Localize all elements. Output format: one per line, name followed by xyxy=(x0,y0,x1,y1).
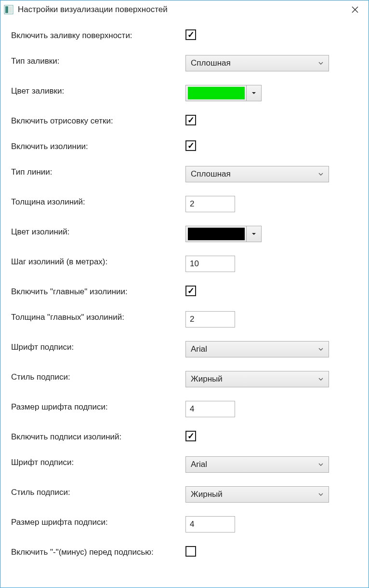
label-iso-step: Шаг изолиний (в метрах): xyxy=(11,256,185,268)
label-enable-minus: Включить "-"(минус) перед подписью: xyxy=(11,546,185,558)
input-size2[interactable] xyxy=(185,516,235,533)
dropdown-style2-value: Жирный xyxy=(191,490,318,499)
dropdown-style1[interactable]: Жирный xyxy=(185,371,329,387)
iso-color-swatch xyxy=(186,226,247,242)
svg-rect-1 xyxy=(5,6,8,13)
checkbox-enable-minus[interactable] xyxy=(185,546,196,557)
iso-color-swatch-inner xyxy=(188,228,245,240)
checkbox-enable-iso-labels[interactable] xyxy=(185,431,196,441)
label-style1: Стиль подписи: xyxy=(11,371,185,383)
chevron-down-icon xyxy=(318,492,324,497)
label-fill-type: Тип заливки: xyxy=(11,55,185,67)
input-iso-thickness[interactable] xyxy=(185,196,235,212)
fill-color-swatch xyxy=(186,85,247,101)
caret-down-icon xyxy=(251,92,256,95)
chevron-down-icon xyxy=(318,60,324,66)
label-style2: Стиль подписи: xyxy=(11,486,185,498)
colorpicker-iso-color[interactable] xyxy=(185,226,262,242)
dropdown-font2[interactable]: Arial xyxy=(185,456,329,473)
svg-rect-2 xyxy=(9,6,12,13)
titlebar: Настройки визуализации поверхностей xyxy=(0,0,369,19)
label-size2: Размер шрифта подписи: xyxy=(11,516,185,528)
label-font1: Шрифт подписи: xyxy=(11,341,185,353)
checkbox-enable-iso[interactable] xyxy=(185,140,196,151)
dropdown-line-type-value: Сплошная xyxy=(191,169,318,179)
label-enable-grid: Включить отрисовку сетки: xyxy=(11,115,185,127)
caret-down-icon xyxy=(251,232,256,235)
dialog-window: Настройки визуализации поверхностей Вклю… xyxy=(0,0,369,588)
label-iso-color: Цвет изолиний: xyxy=(11,226,185,238)
checkbox-enable-main-iso[interactable] xyxy=(185,286,196,296)
dropdown-line-type[interactable]: Сплошная xyxy=(185,166,329,182)
dropdown-font1[interactable]: Arial xyxy=(185,341,329,357)
label-fill-color: Цвет заливки: xyxy=(11,85,185,97)
iso-color-dropdown-button[interactable] xyxy=(247,226,261,242)
chevron-down-icon xyxy=(318,346,324,352)
checkbox-enable-grid[interactable] xyxy=(185,115,196,125)
dropdown-fill-type-value: Сплошная xyxy=(191,58,318,68)
dropdown-font1-value: Arial xyxy=(191,344,318,354)
colorpicker-fill-color[interactable] xyxy=(185,85,262,101)
label-enable-main-iso: Включить "главные" изолинии: xyxy=(11,286,185,298)
chevron-down-icon xyxy=(318,462,324,467)
close-button[interactable] xyxy=(345,2,365,17)
label-line-type: Тип линии: xyxy=(11,166,185,178)
label-enable-fill: Включить заливку поверхности: xyxy=(11,29,185,41)
label-enable-iso: Включить изолинии: xyxy=(11,140,185,152)
label-size1: Размер шрифта подписи: xyxy=(11,401,185,413)
dropdown-fill-type[interactable]: Сплошная xyxy=(185,55,329,71)
input-main-iso-thickness[interactable] xyxy=(185,311,235,328)
close-icon xyxy=(352,6,358,13)
checkbox-enable-fill[interactable] xyxy=(185,29,196,40)
dropdown-style2[interactable]: Жирный xyxy=(185,486,329,503)
fill-color-swatch-inner xyxy=(188,87,245,99)
svg-marker-5 xyxy=(252,92,256,94)
label-enable-iso-labels: Включить подписи изолиний: xyxy=(11,431,185,443)
input-size1[interactable] xyxy=(185,401,235,417)
fill-color-dropdown-button[interactable] xyxy=(247,85,261,101)
chevron-down-icon xyxy=(318,171,324,177)
app-icon xyxy=(3,4,14,15)
label-font2: Шрифт подписи: xyxy=(11,456,185,468)
svg-marker-6 xyxy=(252,233,256,235)
dropdown-style1-value: Жирный xyxy=(191,374,318,384)
input-iso-step[interactable] xyxy=(185,256,235,272)
dropdown-font2-value: Arial xyxy=(191,460,318,469)
chevron-down-icon xyxy=(318,376,324,382)
label-main-iso-thickness: Толщина "главных" изолиний: xyxy=(11,311,185,323)
label-iso-thickness: Толщина изолиний: xyxy=(11,196,185,208)
form-content: Включить заливку поверхности: Тип заливк… xyxy=(0,19,369,568)
window-title: Настройки визуализации поверхностей xyxy=(18,5,345,14)
